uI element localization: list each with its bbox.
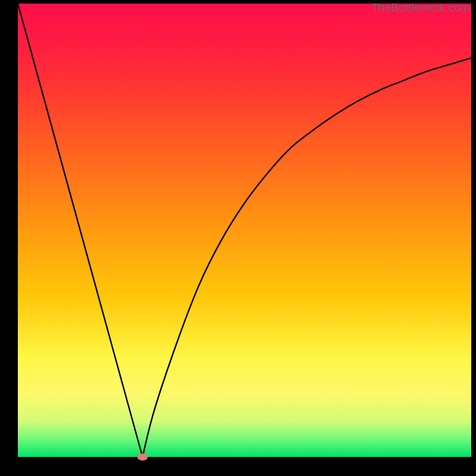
curve-layer [18, 4, 471, 457]
vertex-marker [137, 453, 148, 461]
plot-area [18, 4, 471, 457]
chart-frame: TheBottleneck.com [0, 0, 476, 476]
watermark-text: TheBottleneck.com [371, 1, 470, 14]
left-leg-path [18, 4, 143, 457]
right-curve-path [143, 58, 471, 457]
